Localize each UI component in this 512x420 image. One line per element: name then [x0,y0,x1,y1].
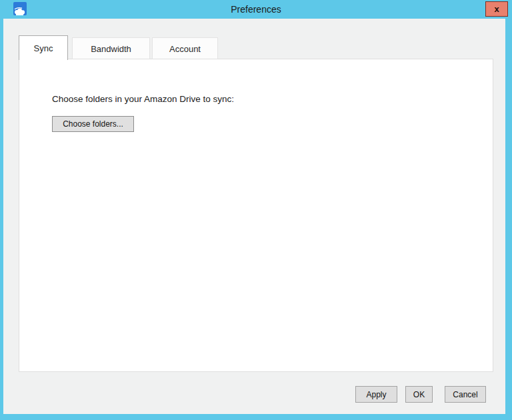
window-title: Preferences [0,0,512,19]
close-icon: x [494,4,499,14]
sync-instruction-text: Choose folders in your Amazon Drive to s… [52,94,234,104]
content-panel: Choose folders in your Amazon Drive to s… [19,59,493,372]
preferences-dialog: Preferences x Sync Bandwidth Account Cho… [0,0,512,420]
tab-sync[interactable]: Sync [19,35,68,60]
choose-folders-button[interactable]: Choose folders... [52,116,134,132]
apply-button-label: Apply [366,390,386,399]
tab-bandwidth-label: Bandwidth [91,44,131,54]
choose-folders-button-label: Choose folders... [63,119,123,129]
tab-account[interactable]: Account [152,37,218,59]
apply-button[interactable]: Apply [355,386,397,403]
window-border-left [0,19,3,420]
tab-account-label: Account [169,44,201,54]
ok-button[interactable]: OK [405,386,433,403]
amazon-drive-cloud-icon [13,2,27,15]
tab-sync-label: Sync [34,43,53,53]
tab-bandwidth[interactable]: Bandwidth [72,37,150,59]
cancel-button[interactable]: Cancel [445,386,486,403]
titlebar: Preferences x [0,0,512,19]
cancel-button-label: Cancel [453,390,477,399]
window-border-bottom [0,414,512,420]
ok-button-label: OK [413,390,425,399]
close-button[interactable]: x [485,1,508,17]
window-border-right [505,19,512,420]
